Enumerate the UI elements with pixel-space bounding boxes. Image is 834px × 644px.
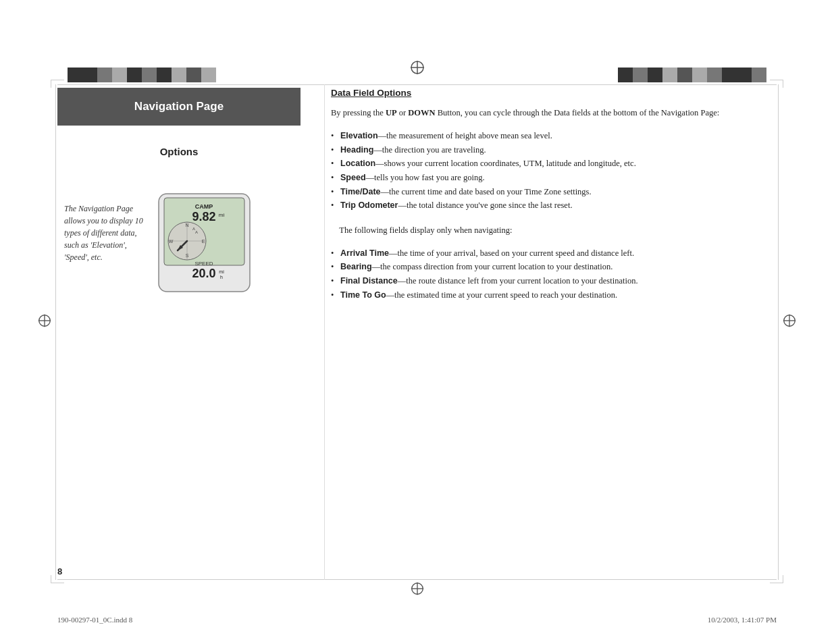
checker-cell <box>186 68 201 82</box>
checker-cell <box>722 68 737 82</box>
svg-text:9.82: 9.82 <box>192 210 215 223</box>
checker-cell <box>618 68 633 82</box>
checker-cell <box>172 68 186 82</box>
list-item: Elevation—the measurement of height abov… <box>331 129 777 143</box>
checker-cell <box>737 68 752 82</box>
checker-cell <box>677 68 692 82</box>
bottom-separator <box>57 579 777 580</box>
checker-cell <box>752 68 766 82</box>
svg-text:A: A <box>195 230 198 234</box>
left-crosshair <box>37 313 52 331</box>
svg-text:20.0: 20.0 <box>192 267 215 280</box>
checker-cell <box>707 68 722 82</box>
device-illustration: CAMP 9.82 mi N S W E A A <box>152 192 257 297</box>
svg-text:h: h <box>220 275 223 279</box>
svg-text:CAMP: CAMP <box>195 203 213 210</box>
svg-text:SPEED: SPEED <box>194 261 213 267</box>
list-item: Trip Odometer—the total distance you've … <box>331 198 777 213</box>
nav-page-title: Navigation Page <box>134 100 224 113</box>
right-panel: Data Field Options By pressing the UP or… <box>331 88 777 313</box>
corner-mark-tr-v <box>783 80 783 88</box>
device-caption: The Navigation Page allows you to displa… <box>64 203 152 263</box>
center-crosshair-top <box>409 59 425 78</box>
panel-divider <box>324 84 325 580</box>
right-margin-line <box>778 84 779 580</box>
corner-mark-tl-v <box>51 80 51 88</box>
list-item: Final Distance—the route distance left f… <box>331 274 777 288</box>
checker-cell <box>201 68 216 82</box>
footer-right: 10/2/2003, 1:41:07 PM <box>708 616 777 624</box>
corner-mark-bl <box>51 583 64 583</box>
svg-text:S: S <box>186 253 189 258</box>
page-container: Navigation Page Options The Navigation P… <box>0 0 834 644</box>
checker-left <box>68 68 216 82</box>
left-panel: Navigation Page Options The Navigation P… <box>57 88 301 576</box>
corner-mark-tl <box>51 80 64 80</box>
svg-text:mi: mi <box>219 269 224 274</box>
svg-text:W: W <box>169 239 174 244</box>
checker-cell <box>142 68 157 82</box>
list-item: Speed—tells you how fast you are going. <box>331 171 777 185</box>
right-crosshair <box>782 313 797 331</box>
checker-cell <box>82 68 97 82</box>
corner-mark-br-v <box>783 575 783 583</box>
corner-mark-tr <box>770 80 783 80</box>
list-item: Time To Go—the estimated time at your cu… <box>331 288 777 302</box>
list-item: Arrival Time—the time of your arrival, b… <box>331 246 777 261</box>
corner-mark-bl-v <box>51 575 51 583</box>
svg-text:E: E <box>202 239 205 244</box>
checker-cell <box>633 68 648 82</box>
bullet-list-nav: Arrival Time—the time of your arrival, b… <box>331 246 777 302</box>
corner-mark-br <box>770 583 783 583</box>
nav-page-header: Navigation Page <box>57 88 301 126</box>
list-item: Heading—the direction you are traveling. <box>331 143 777 157</box>
checker-cell <box>127 68 142 82</box>
checker-cell <box>692 68 707 82</box>
footer-left: 190-00297-01_0C.indd 8 <box>57 616 132 624</box>
checker-cell <box>157 68 172 82</box>
list-item: Location—shows your current location coo… <box>331 157 777 171</box>
checker-cell <box>662 68 677 82</box>
checker-cell <box>68 68 82 82</box>
list-item: Time/Date—the current time and date base… <box>331 185 777 199</box>
top-separator <box>57 84 777 85</box>
page-number: 8 <box>57 566 62 576</box>
list-item: Bearing—the compass direction from your … <box>331 260 777 274</box>
intro-text: By pressing the UP or DOWN Button, you c… <box>331 106 777 119</box>
svg-text:N: N <box>185 223 188 227</box>
bullet-list-main: Elevation—the measurement of height abov… <box>331 129 777 213</box>
checker-cell <box>112 68 127 82</box>
checker-cell <box>648 68 662 82</box>
left-margin-line <box>55 84 56 580</box>
svg-text:mi: mi <box>219 212 225 218</box>
section-title: Data Field Options <box>331 88 777 98</box>
bottom-crosshair <box>409 581 425 597</box>
checker-cell <box>97 68 112 82</box>
options-title: Options <box>57 146 301 157</box>
checker-right <box>618 68 766 82</box>
nav-only-text: The following fields display only when n… <box>331 223 777 237</box>
